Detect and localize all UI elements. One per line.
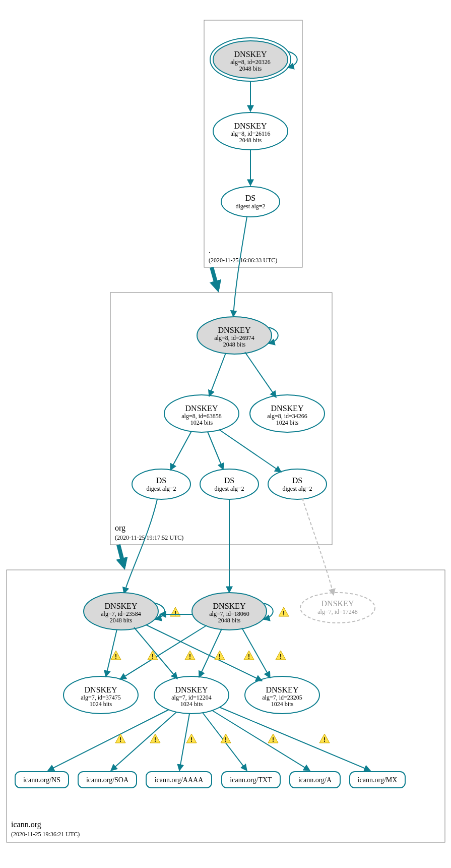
- svg-text:!: !: [219, 653, 221, 660]
- svg-text:alg=7, id=23584: alg=7, id=23584: [101, 610, 141, 617]
- node-org-ksk: DNSKEY alg=8, id=26974 2048 bits: [197, 317, 272, 354]
- edge-org-ksk-to-zsk1: [209, 353, 226, 396]
- svg-text:alg=8, id=26116: alg=8, id=26116: [230, 130, 270, 137]
- svg-text:2048 bits: 2048 bits: [223, 341, 246, 348]
- svg-text:DNSKEY: DNSKEY: [321, 599, 354, 608]
- warning-icon: !: [268, 734, 278, 743]
- node-root-ksk: DNSKEY alg=8, id=20326 2048 bits: [210, 38, 291, 81]
- svg-text:2048 bits: 2048 bits: [110, 617, 133, 624]
- edge-delegation-org-to-icann: [118, 545, 124, 566]
- record-soa: icann.org/SOA: [78, 772, 137, 788]
- record-ns: icann.org/NS: [15, 772, 69, 788]
- svg-text:alg=8, id=63858: alg=8, id=63858: [181, 413, 222, 420]
- node-icann-zsk2: DNSKEY alg=7, id=12204 1024 bits: [154, 676, 229, 714]
- svg-text:!: !: [324, 736, 326, 743]
- svg-text:2048 bits: 2048 bits: [239, 65, 262, 72]
- svg-text:DNSKEY: DNSKEY: [185, 404, 218, 413]
- node-org-ds2: DS digest alg=2: [200, 469, 259, 499]
- svg-text:1024 bits: 1024 bits: [180, 701, 203, 708]
- warning-icon: !: [276, 651, 286, 660]
- edge-root-ds-to-org-ksk: [233, 217, 247, 317]
- edge-org-ksk-to-zsk2: [245, 352, 276, 397]
- svg-text:!: !: [225, 736, 227, 743]
- node-org-zsk2: DNSKEY alg=8, id=34266 1024 bits: [250, 395, 325, 432]
- record-a: icann.org/A: [290, 772, 340, 788]
- svg-text:alg=7, id=17248: alg=7, id=17248: [317, 608, 358, 615]
- svg-text:DS: DS: [292, 476, 302, 485]
- svg-text:DNSKEY: DNSKEY: [218, 326, 251, 334]
- node-icann-ksk2: DNSKEY alg=7, id=18060 2048 bits: [192, 593, 267, 630]
- node-org-ds1: DS digest alg=2: [132, 469, 190, 499]
- svg-text:icann.org/A: icann.org/A: [298, 776, 332, 784]
- svg-text:1024 bits: 1024 bits: [271, 701, 294, 708]
- svg-text:!: !: [283, 610, 285, 617]
- warning-icon: !: [186, 734, 197, 743]
- svg-text:1024 bits: 1024 bits: [190, 419, 213, 426]
- svg-text:icann.org/AAAA: icann.org/AAAA: [155, 776, 204, 784]
- record-txt: icann.org/TXT: [222, 772, 280, 788]
- svg-text:digest alg=2: digest alg=2: [235, 203, 265, 210]
- svg-text:DNSKEY: DNSKEY: [175, 685, 208, 694]
- edge-org-ds1-to-icann-ksk1: [124, 499, 157, 594]
- warning-icon: !: [279, 607, 289, 617]
- zone-icann-name: icann.org: [11, 820, 41, 829]
- warning-icon: !: [244, 651, 254, 660]
- zone-icann-time: (2020-11-25 19:36:21 UTC): [11, 831, 80, 838]
- node-icann-kmiss: DNSKEY alg=7, id=17248: [300, 593, 375, 623]
- svg-text:DNSKEY: DNSKEY: [85, 685, 117, 694]
- warning-icon: !: [170, 607, 180, 617]
- svg-text:digest alg=2: digest alg=2: [214, 485, 244, 492]
- warning-icon: !: [148, 651, 158, 660]
- edge-ksk2-to-zsk3: [242, 628, 270, 678]
- node-root-zsk: DNSKEY alg=8, id=26116 2048 bits: [213, 112, 288, 150]
- svg-text:DS: DS: [224, 476, 234, 485]
- svg-text:!: !: [272, 736, 274, 743]
- node-org-ds3: DS digest alg=2: [268, 469, 327, 499]
- zone-root-time: (2020-11-25 16:06:33 UTC): [209, 257, 277, 264]
- svg-text:alg=7, id=12204: alg=7, id=12204: [171, 694, 212, 701]
- record-aaaa: icann.org/AAAA: [146, 772, 212, 788]
- svg-text:alg=7, id=37475: alg=7, id=37475: [81, 694, 121, 701]
- warning-icon: !: [185, 651, 195, 660]
- svg-point-45: [300, 593, 375, 623]
- svg-text:alg=8, id=26974: alg=8, id=26974: [214, 334, 254, 341]
- svg-text:DNSKEY: DNSKEY: [213, 602, 246, 610]
- svg-text:!: !: [154, 736, 156, 743]
- svg-text:!: !: [280, 653, 282, 660]
- node-icann-ksk1: DNSKEY alg=7, id=23584 2048 bits: [84, 593, 158, 630]
- svg-text:2048 bits: 2048 bits: [218, 617, 241, 624]
- edge-org-zsk1-to-ds3: [219, 430, 281, 472]
- edge-zsk2-to-ns: [48, 710, 169, 771]
- svg-text:!: !: [189, 653, 191, 660]
- svg-text:DNSKEY: DNSKEY: [234, 50, 267, 59]
- edge-org-ds3-to-icann-kmiss: [302, 498, 334, 595]
- svg-text:alg=8, id=20326: alg=8, id=20326: [230, 59, 271, 66]
- svg-text:alg=7, id=23205: alg=7, id=23205: [262, 694, 302, 701]
- edge-delegation-root-to-org: [212, 267, 218, 289]
- svg-text:2048 bits: 2048 bits: [239, 137, 262, 144]
- edge-ksk1-to-zsk2: [134, 627, 177, 679]
- record-mx: icann.org/MX: [350, 772, 405, 788]
- svg-text:alg=7, id=18060: alg=7, id=18060: [209, 610, 249, 617]
- svg-text:!: !: [190, 736, 192, 743]
- svg-text:icann.org/SOA: icann.org/SOA: [86, 776, 129, 784]
- svg-text:icann.org/TXT: icann.org/TXT: [230, 776, 272, 784]
- node-icann-zsk3: DNSKEY alg=7, id=23205 1024 bits: [245, 676, 319, 714]
- svg-text:!: !: [152, 653, 154, 660]
- zone-org-name: org: [115, 524, 125, 533]
- svg-text:DNSKEY: DNSKEY: [266, 685, 299, 694]
- warning-icon: !: [150, 734, 160, 743]
- svg-text:DNSKEY: DNSKEY: [271, 404, 304, 413]
- warning-icon: !: [111, 651, 121, 660]
- svg-text:!: !: [248, 653, 250, 660]
- svg-text:1024 bits: 1024 bits: [90, 701, 112, 708]
- svg-text:digest alg=2: digest alg=2: [282, 485, 312, 492]
- svg-text:!: !: [119, 736, 121, 743]
- svg-text:digest alg=2: digest alg=2: [146, 485, 176, 492]
- node-root-ds: DS digest alg=2: [221, 187, 280, 217]
- dnssec-graph: . (2020-11-25 16:06:33 UTC) DNSKEY alg=8…: [0, 0, 451, 868]
- svg-text:!: !: [174, 610, 176, 617]
- node-icann-zsk1: DNSKEY alg=7, id=37475 1024 bits: [63, 676, 138, 714]
- svg-text:DS: DS: [156, 476, 166, 485]
- svg-text:DNSKEY: DNSKEY: [105, 602, 138, 610]
